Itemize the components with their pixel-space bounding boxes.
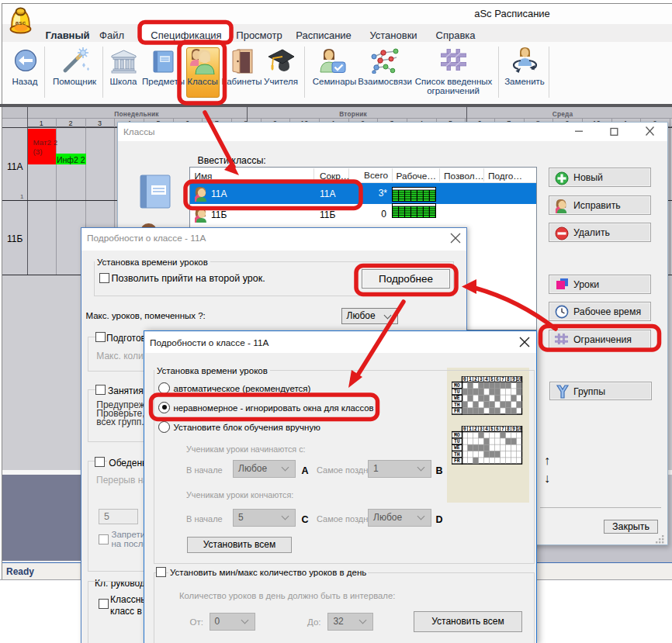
svg-text:TH: TH <box>454 403 460 408</box>
svg-text:TU: TU <box>454 389 460 395</box>
svg-text:asc: asc <box>16 19 26 26</box>
svg-text:MO: MO <box>454 433 460 438</box>
svg-text:WE: WE <box>454 445 460 451</box>
svg-text:FR: FR <box>454 409 460 414</box>
svg-text:FR: FR <box>454 458 460 464</box>
svg-text:WE: WE <box>454 396 460 401</box>
svg-text:TU: TU <box>454 439 460 444</box>
svg-text:TH: TH <box>454 452 460 458</box>
svg-text:MO: MO <box>454 383 460 389</box>
